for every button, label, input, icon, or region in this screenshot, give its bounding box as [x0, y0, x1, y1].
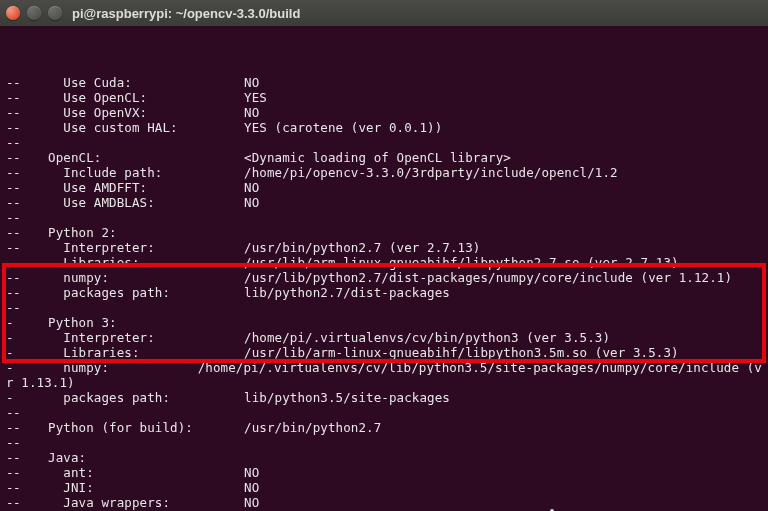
window-title: pi@raspberrypi: ~/opencv-3.3.0/build — [72, 6, 300, 21]
terminal-line: -- OpenCL:<Dynamic loading of OpenCL lib… — [6, 150, 762, 165]
window-titlebar: pi@raspberrypi: ~/opencv-3.3.0/build — [0, 0, 768, 26]
terminal-line: -- Python 2: — [6, 225, 762, 240]
terminal-line: -- packages path:lib/python2.7/dist-pack… — [6, 285, 762, 300]
terminal-line: -- Java wrappers:NO — [6, 495, 762, 510]
terminal-line: - numpy:/home/pi/.virtualenvs/cv/lib/pyt… — [6, 360, 762, 375]
terminal-line: -- JNI:NO — [6, 480, 762, 495]
terminal-output[interactable]: ⬉ -- Use Cuda:NO-- Use OpenCL:YES-- Use … — [0, 26, 768, 511]
terminal-line: - Libraries:/usr/lib/arm-linux-gnueabihf… — [6, 345, 762, 360]
terminal-line: - Interpreter:/home/pi/.virtualenvs/cv/b… — [6, 330, 762, 345]
maximize-icon[interactable] — [48, 6, 62, 20]
terminal-line: -- Java: — [6, 450, 762, 465]
terminal-line: -- — [6, 135, 762, 150]
terminal-line: -- — [6, 405, 762, 420]
terminal-line: -- numpy:/usr/lib/python2.7/dist-package… — [6, 270, 762, 285]
terminal-line: -- Use AMDFFT:NO — [6, 180, 762, 195]
terminal-line: -- ant:NO — [6, 465, 762, 480]
terminal-line: -- Use Cuda:NO — [6, 75, 762, 90]
terminal-line: -- Use OpenCL:YES — [6, 90, 762, 105]
terminal-line: -- Use custom HAL:YES (carotene (ver 0.0… — [6, 120, 762, 135]
terminal-line: -- Libraries:/usr/lib/arm-linux-gnueabih… — [6, 255, 762, 270]
minimize-icon[interactable] — [27, 6, 41, 20]
terminal-line: -- Include path:/home/pi/opencv-3.3.0/3r… — [6, 165, 762, 180]
close-icon[interactable] — [6, 6, 20, 20]
terminal-line: -- Interpreter:/usr/bin/python2.7 (ver 2… — [6, 240, 762, 255]
terminal-line: -- — [6, 300, 762, 315]
terminal-line: - packages path:lib/python3.5/site-packa… — [6, 390, 762, 405]
terminal-line: -- Use AMDBLAS:NO — [6, 195, 762, 210]
terminal-line: -- Use OpenVX:NO — [6, 105, 762, 120]
terminal-line: - Python 3: — [6, 315, 762, 330]
terminal-line: r 1.13.1) — [6, 375, 762, 390]
terminal-line: -- — [6, 210, 762, 225]
terminal-line: -- — [6, 435, 762, 450]
terminal-line: -- Python (for build):/usr/bin/python2.7 — [6, 420, 762, 435]
